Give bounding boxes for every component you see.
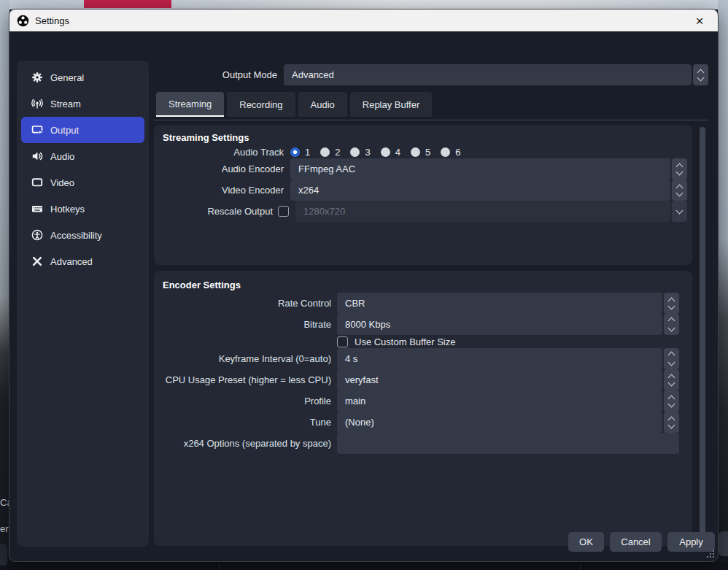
sidebar-item-accessibility[interactable]: Accessibility <box>21 222 144 248</box>
sidebar-item-stream[interactable]: Stream <box>21 90 144 117</box>
tab-replay-buffer[interactable]: Replay Buffer <box>350 92 433 117</box>
output-mode-value: Advanced <box>284 64 692 85</box>
sidebar-item-output[interactable]: Output <box>21 117 144 143</box>
spinner-buttons[interactable] <box>672 158 687 180</box>
audio-track-number: 3 <box>365 147 370 158</box>
ok-button[interactable]: OK <box>568 532 604 552</box>
keyframe-interval-spinbox[interactable]: 4 s <box>337 348 679 369</box>
window-title: Settings <box>35 15 69 26</box>
audio-track-number: 5 <box>425 147 430 158</box>
background-divider <box>219 563 220 570</box>
speaker-icon <box>31 150 43 162</box>
rate-control-select[interactable]: CBR <box>337 293 679 314</box>
audio-track-radio-2[interactable] <box>320 147 330 157</box>
spinner-buttons[interactable] <box>664 412 679 433</box>
desktop-wallpaper-right <box>718 0 728 570</box>
audio-track-label: Audio Track <box>158 147 284 158</box>
close-button[interactable]: × <box>689 11 710 30</box>
settings-sidebar: GeneralStreamOutputAudioVideoHotkeysAcce… <box>17 61 149 547</box>
output-screen-icon <box>31 124 43 136</box>
streaming-settings-title: Streaming Settings <box>163 125 692 145</box>
tune-value: (None) <box>337 412 662 433</box>
video-encoder-value: x264 <box>290 180 670 201</box>
encoder-settings-group: Encoder Settings Rate Control CBR Bitrat… <box>154 271 692 546</box>
gear-icon <box>31 72 43 83</box>
rescale-output-checkbox[interactable] <box>278 206 289 217</box>
sidebar-item-general[interactable]: General <box>21 64 144 90</box>
audio-encoder-label: Audio Encoder <box>158 163 284 174</box>
audio-track-radio-1[interactable] <box>290 147 300 157</box>
audio-track-number: 2 <box>335 147 340 158</box>
apply-button[interactable]: Apply <box>667 532 715 552</box>
audio-track-radio-3[interactable] <box>350 147 360 157</box>
background-text-fragment: er <box>0 523 9 534</box>
cpu-preset-value: veryfast <box>337 369 662 390</box>
audio-track-radio-5[interactable] <box>411 147 420 157</box>
tab-audio[interactable]: Audio <box>298 92 347 117</box>
video-encoder-select[interactable]: x264 <box>290 180 687 201</box>
profile-select[interactable]: main <box>337 390 679 412</box>
bitrate-spinbox[interactable]: 8000 Kbps <box>337 314 679 335</box>
spinner-buttons[interactable] <box>664 369 679 390</box>
x264-options-input[interactable] <box>337 433 679 454</box>
x264-options-label: x264 Options (separated by space) <box>154 438 331 449</box>
audio-encoder-value: FFmpeg AAC <box>290 158 670 180</box>
rate-control-label: Rate Control <box>154 298 331 309</box>
bitrate-value: 8000 Kbps <box>337 314 662 335</box>
spinner-buttons[interactable] <box>664 390 679 412</box>
obs-main-window-edge <box>0 562 728 570</box>
audio-track-radio-4[interactable] <box>381 147 390 157</box>
audio-track-radio-group: 123456 <box>290 147 465 158</box>
vertical-scrollbar[interactable] <box>700 127 705 542</box>
tab-recording[interactable]: Recording <box>227 92 295 117</box>
tab-streaming[interactable]: Streaming <box>156 92 224 117</box>
audio-track-number: 6 <box>455 147 460 158</box>
resize-grip-icon[interactable] <box>706 550 715 558</box>
encoder-settings-title: Encoder Settings <box>163 271 692 293</box>
streaming-settings-group: Streaming Settings Audio Track 123456 Au… <box>154 125 692 265</box>
spinner-buttons[interactable] <box>664 314 679 335</box>
audio-track-number: 1 <box>305 147 310 158</box>
rescale-resolution-select: 1280x720 <box>295 201 687 222</box>
sidebar-item-label: Video <box>50 177 74 188</box>
sidebar-item-audio[interactable]: Audio <box>21 143 144 169</box>
spinner-buttons[interactable] <box>664 293 679 314</box>
rescale-output-label: Rescale Output <box>158 206 273 217</box>
audio-encoder-select[interactable]: FFmpeg AAC <box>290 158 687 180</box>
audio-track-radio-6[interactable] <box>441 147 450 157</box>
video-encoder-label: Video Encoder <box>158 185 284 196</box>
output-mode-select[interactable]: Advanced <box>284 64 708 85</box>
rate-control-value: CBR <box>337 293 662 314</box>
background-button-fragment <box>0 544 7 566</box>
output-tabs: StreamingRecordingAudioReplay Buffer <box>156 92 432 117</box>
bitrate-label: Bitrate <box>154 319 331 330</box>
background-window-strip <box>84 0 171 8</box>
custom-buffer-checkbox[interactable] <box>337 336 348 347</box>
sidebar-item-label: Audio <box>50 151 74 162</box>
custom-buffer-label: Use Custom Buffer Size <box>355 336 455 347</box>
rescale-resolution-value: 1280x720 <box>295 201 670 222</box>
settings-dialog: Settings × GeneralStreamOutputAudioVideo… <box>9 9 719 562</box>
titlebar[interactable]: Settings × <box>9 9 718 31</box>
sidebar-item-label: Output <box>50 125 79 136</box>
sidebar-item-label: Accessibility <box>50 230 102 241</box>
cpu-preset-select[interactable]: veryfast <box>337 369 679 390</box>
spinner-buttons[interactable] <box>672 180 687 201</box>
spinner-buttons[interactable] <box>664 348 679 369</box>
tools-icon <box>31 255 43 267</box>
tab-separator <box>154 120 708 120</box>
sidebar-item-label: Advanced <box>50 256 93 267</box>
monitor-icon <box>31 177 43 188</box>
sidebar-item-hotkeys[interactable]: Hotkeys <box>21 196 144 222</box>
sidebar-item-label: Hotkeys <box>50 204 85 215</box>
spinner-buttons[interactable] <box>693 64 708 85</box>
cancel-button[interactable]: Cancel <box>610 532 662 552</box>
accessibility-icon <box>31 229 43 241</box>
sidebar-item-advanced[interactable]: Advanced <box>21 248 144 274</box>
antenna-icon <box>31 98 43 109</box>
audio-track-number: 4 <box>395 147 400 158</box>
tune-select[interactable]: (None) <box>337 412 679 433</box>
background-divider <box>580 563 581 570</box>
keyboard-icon <box>31 203 43 215</box>
sidebar-item-video[interactable]: Video <box>21 169 144 196</box>
